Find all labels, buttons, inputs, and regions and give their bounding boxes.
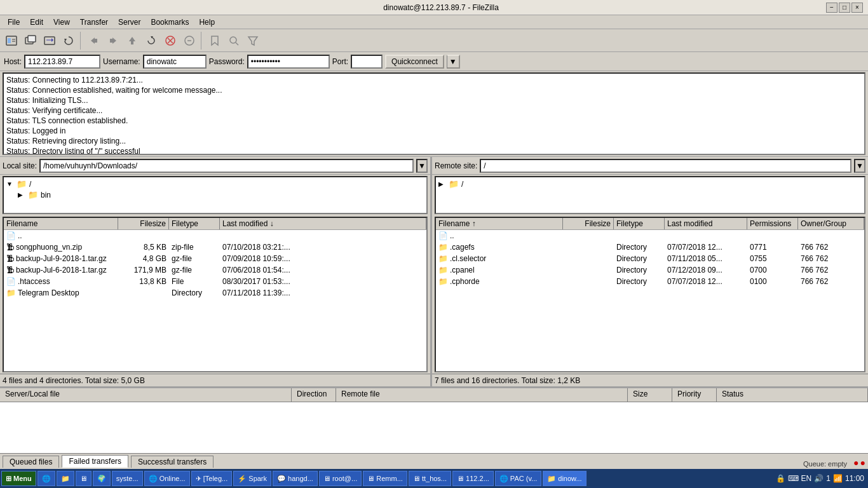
local-file-row[interactable]: 🗜backup-Jul-9-2018-1.tar.gz 4,8 GB gz-fi… — [4, 253, 426, 264]
remote-site-path[interactable] — [480, 159, 851, 173]
remote-cell-size — [563, 247, 614, 248]
local-file-row[interactable]: 📁Telegram Desktop Directory 07/11/2018 1… — [4, 287, 426, 299]
quickconnect-dropdown[interactable]: ▼ — [447, 55, 460, 69]
maximize-button[interactable]: □ — [839, 3, 850, 13]
password-input[interactable] — [247, 55, 330, 69]
toolbar-open-sftp[interactable] — [41, 32, 58, 50]
local-file-row[interactable]: 🗜songphuong_vn.zip 8,5 KB zip-file 07/10… — [4, 241, 426, 253]
local-file-tree[interactable]: ▼ 📁 / ▶ 📁 bin — [3, 176, 428, 214]
taskbar-teleg[interactable]: ✈ [Teleg... — [191, 471, 233, 486]
queue-header: Server/Local file Direction Remote file … — [0, 388, 868, 402]
close-button[interactable]: × — [851, 3, 863, 13]
taskbar-start[interactable]: ⊞ Menu — [1, 471, 36, 486]
toolbar-new-tab[interactable] — [22, 32, 39, 50]
log-line-8: Status: Directory listing of "/" success… — [6, 146, 862, 155]
svg-marker-24 — [248, 37, 257, 45]
remote-file-tree[interactable]: ▶ 📁 / — [435, 176, 865, 214]
menu-edit[interactable]: Edit — [25, 17, 48, 28]
remote-cell-name: 📁.cl.selector — [436, 254, 563, 264]
menu-server[interactable]: Server — [113, 17, 146, 28]
local-file-body[interactable]: 📄.. 🗜songphuong_vn.zip 8,5 KB zip-file 0… — [4, 230, 426, 371]
remote-file-row[interactable]: 📁.cl.selector Directory 07/11/2018 05...… — [436, 253, 864, 264]
local-file-row[interactable]: 📄.htaccess 13,8 KB File 08/30/2017 01:53… — [4, 276, 426, 287]
toolbar-disconnect[interactable] — [180, 32, 198, 50]
local-col-filetype[interactable]: Filetype — [169, 218, 220, 229]
taskbar-remm[interactable]: 🖥 Remm... — [363, 471, 407, 486]
remote-col-owner[interactable]: Owner/Group — [798, 218, 864, 229]
taskbar-app-4[interactable]: 🌍 — [93, 471, 111, 486]
remote-cell-size — [563, 269, 614, 271]
taskbar-syste[interactable]: syste... — [112, 471, 143, 486]
menu-help[interactable]: Help — [194, 17, 220, 28]
remote-file-body[interactable]: 📄.. 📁.cagefs Directory 07/07/2018 12... … — [436, 230, 864, 371]
remote-cell-mod: 07/07/2018 12... — [665, 242, 747, 252]
log-area: Status: Connecting to 112.213.89.7:21...… — [3, 72, 865, 155]
taskbar-pac[interactable]: 🌐 PAC (v... — [495, 471, 541, 486]
local-cell-mod: 08/30/2017 01:53:... — [220, 276, 426, 287]
remote-cell-name: 📁.cpanel — [436, 265, 563, 275]
local-status-text: 4 files and 4 directories. Total size: 5… — [3, 376, 145, 385]
remote-col-perm[interactable]: Permissions — [747, 218, 798, 229]
taskbar-dinow[interactable]: 📁 dinow... — [543, 471, 586, 486]
local-cell-name: 🗜songphuong_vn.zip — [4, 242, 118, 252]
toolbar-refresh[interactable] — [142, 32, 160, 50]
remote-col-lastmod[interactable]: Last modified — [665, 218, 747, 229]
remote-cell-owner: 766 762 — [798, 265, 864, 275]
failed-transfers-tab[interactable]: Failed transfers — [62, 455, 128, 468]
local-file-row[interactable]: 🗜backup-Jul-6-2018-1.tar.gz 171,9 MB gz-… — [4, 264, 426, 276]
toolbar-back[interactable] — [85, 32, 103, 50]
username-input[interactable] — [143, 55, 207, 69]
taskbar-online[interactable]: 🌐 Online... — [144, 471, 190, 486]
toolbar-cancel[interactable] — [161, 32, 179, 50]
taskbar-hangd[interactable]: 💬 hangd... — [273, 471, 318, 486]
remote-file-row[interactable]: 📁.cagefs Directory 07/07/2018 12... 0771… — [436, 241, 864, 253]
toolbar-site-manager[interactable] — [3, 32, 20, 50]
remote-tree-root[interactable]: ▶ 📁 / — [437, 179, 863, 189]
remote-file-row[interactable]: 📄.. — [436, 230, 864, 241]
remote-col-filename[interactable]: Filename ↑ — [436, 218, 563, 229]
taskbar-app-2[interactable]: 📁 — [57, 471, 74, 486]
menu-file[interactable]: File — [3, 17, 25, 28]
local-site-dropdown[interactable]: ▼ — [416, 159, 428, 173]
minimize-button[interactable]: − — [826, 3, 837, 13]
remote-col-filetype[interactable]: Filetype — [614, 218, 665, 229]
toolbar-search[interactable] — [225, 32, 243, 50]
taskbar-root[interactable]: 🖥 root@... — [319, 471, 362, 486]
menu-bookmarks[interactable]: Bookmarks — [146, 17, 194, 28]
host-input[interactable] — [24, 55, 100, 69]
local-col-filesize[interactable]: Filesize — [118, 218, 169, 229]
local-col-lastmod[interactable]: Last modified ↓ — [220, 218, 426, 229]
taskbar-app-1[interactable]: 🌐 — [37, 471, 55, 486]
taskbar-spark[interactable]: ⚡ Spark — [233, 471, 271, 486]
remote-col-filesize[interactable]: Filesize — [563, 218, 614, 229]
taskbar-app-3[interactable]: 🖥 — [76, 471, 92, 486]
local-tree-bin[interactable]: ▶ 📁 bin — [5, 189, 425, 200]
remote-cell-type: Directory — [614, 276, 665, 287]
quickconnect-button[interactable]: Quickconnect — [385, 55, 444, 69]
toolbar-filter[interactable] — [244, 32, 262, 50]
local-col-filename[interactable]: Filename — [4, 218, 118, 229]
taskbar-112[interactable]: 🖥 112.2... — [452, 471, 494, 486]
remote-file-row[interactable]: 📁.cpanel Directory 07/12/2018 09... 0700… — [436, 264, 864, 276]
local-tree-root[interactable]: ▼ 📁 / — [5, 179, 425, 189]
remote-file-row[interactable]: 📁.cphorde Directory 07/07/2018 12... 010… — [436, 276, 864, 287]
toolbar-reconnect[interactable] — [60, 32, 78, 50]
svg-marker-10 — [91, 37, 95, 44]
remote-cell-size — [563, 235, 614, 236]
remote-cell-perm: 0700 — [747, 265, 798, 275]
local-site-path[interactable] — [39, 159, 414, 173]
toolbar-forward[interactable] — [104, 32, 122, 50]
local-file-row[interactable]: 📄.. — [4, 230, 426, 241]
port-input[interactable] — [351, 55, 383, 69]
toolbar-up[interactable] — [123, 32, 141, 50]
taskbar-tthos[interactable]: 🖥 tt_hos... — [409, 471, 451, 486]
local-file-list: Filename Filesize Filetype Last modified… — [3, 217, 428, 372]
toolbar-bookmark[interactable] — [206, 32, 224, 50]
remote-site-dropdown[interactable]: ▼ — [854, 159, 865, 173]
menu-transfer[interactable]: Transfer — [75, 17, 113, 28]
successful-transfers-tab[interactable]: Successful transfers — [131, 456, 214, 468]
queued-files-tab[interactable]: Queued files — [3, 456, 59, 468]
local-site-label: Local site: — [3, 161, 37, 170]
remote-cell-type: Directory — [614, 254, 665, 264]
menu-view[interactable]: View — [48, 17, 75, 28]
